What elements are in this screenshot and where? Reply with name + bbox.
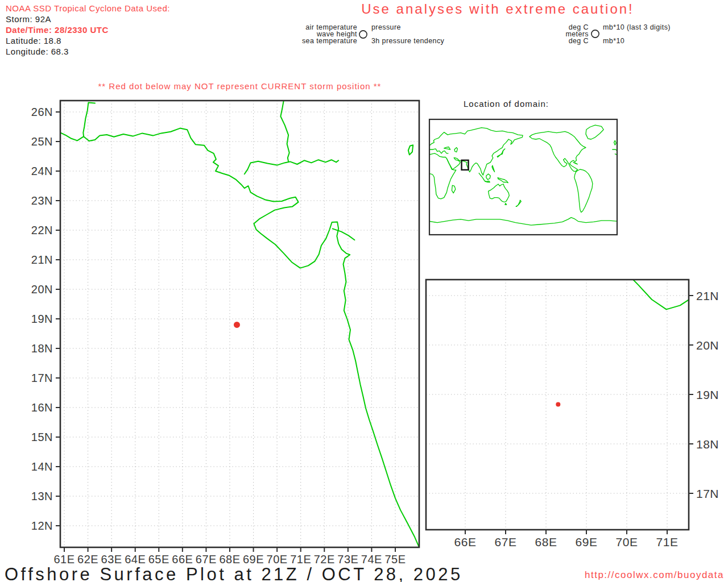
coastline bbox=[722, 244, 728, 263]
map-frame bbox=[429, 119, 617, 235]
x-axis-label: 70E bbox=[616, 535, 638, 548]
coastline bbox=[614, 140, 617, 145]
y-axis-label: 17N bbox=[696, 487, 719, 500]
x-axis-label: 68E bbox=[535, 535, 557, 548]
y-axis-label: 19N bbox=[696, 388, 719, 401]
coastline bbox=[571, 128, 728, 152]
y-axis-label: 14N bbox=[31, 460, 53, 473]
coastline bbox=[574, 169, 593, 213]
coastline bbox=[429, 149, 448, 153]
storm-position-dot bbox=[234, 322, 240, 328]
coastline bbox=[586, 125, 603, 139]
y-axis-label: 21N bbox=[31, 253, 53, 266]
coastline bbox=[429, 159, 456, 199]
coastline bbox=[505, 203, 507, 205]
x-axis-label: 65E bbox=[148, 553, 169, 566]
y-axis-label: 19N bbox=[31, 313, 53, 325]
x-axis-label: 72E bbox=[314, 553, 335, 566]
x-axis-label: 71E bbox=[656, 535, 679, 548]
coastline bbox=[486, 174, 490, 180]
coastline bbox=[257, 76, 728, 582]
x-axis-label: 62E bbox=[77, 553, 98, 566]
coastline bbox=[633, 29, 648, 131]
coastline bbox=[492, 165, 495, 172]
x-axis-label: 69E bbox=[243, 553, 264, 566]
source-url: http://coolwx.com/buoydata bbox=[585, 569, 724, 581]
coastline bbox=[498, 178, 508, 183]
coastline bbox=[489, 184, 510, 202]
coastline bbox=[429, 218, 617, 226]
plot-title: Offshore Surface Plot at 21Z / OCT 28, 2… bbox=[5, 564, 463, 582]
x-axis-label: 67E bbox=[495, 535, 517, 548]
coastline bbox=[60, 128, 420, 548]
y-axis-label: 20N bbox=[31, 283, 53, 296]
x-axis-label: 71E bbox=[290, 553, 311, 566]
world-map bbox=[429, 119, 617, 235]
y-axis-label: 26N bbox=[31, 106, 53, 118]
x-axis-label: 74E bbox=[361, 553, 382, 566]
x-axis-label: 69E bbox=[576, 535, 598, 548]
zoom-map: 66E67E68E69E70E71E21N20N19N18N17N bbox=[257, 29, 728, 582]
map-plot-area: 61E62E63E64E65E66E67E68E69E70E71E72E73E7… bbox=[0, 0, 728, 582]
x-axis-label: 73E bbox=[337, 553, 358, 566]
coastline bbox=[452, 185, 455, 193]
coastline bbox=[296, 32, 316, 89]
y-axis-label: 25N bbox=[31, 135, 53, 148]
coastline bbox=[444, 147, 450, 150]
x-axis-label: 61E bbox=[53, 553, 75, 566]
y-axis-label: 22N bbox=[31, 224, 53, 236]
coastline bbox=[530, 131, 586, 171]
y-axis-label: 18N bbox=[31, 342, 53, 355]
coastline bbox=[83, 102, 95, 136]
x-axis-label: 63E bbox=[101, 553, 122, 566]
buoy-plot-canvas: NOAA SSD Tropical Cyclone Data Used: Sto… bbox=[0, 0, 728, 582]
y-axis-label: 24N bbox=[31, 165, 53, 177]
main-map: 61E62E63E64E65E66E67E68E69E70E71E72E73E7… bbox=[31, 101, 420, 566]
x-axis-label: 68E bbox=[219, 553, 240, 566]
storm-position-dot bbox=[556, 402, 560, 406]
coastline bbox=[408, 145, 413, 155]
x-axis-label: 67E bbox=[196, 553, 217, 566]
y-axis-label: 18N bbox=[696, 438, 719, 451]
y-axis-label: 21N bbox=[696, 289, 719, 302]
x-axis-label: 75E bbox=[384, 553, 406, 566]
coastline bbox=[280, 101, 289, 162]
y-axis-label: 15N bbox=[31, 431, 53, 443]
x-axis-label: 66E bbox=[172, 553, 193, 566]
coastline bbox=[454, 148, 458, 152]
y-axis-label: 17N bbox=[31, 372, 53, 384]
y-axis-label: 20N bbox=[696, 339, 719, 352]
coastline bbox=[516, 200, 521, 206]
x-axis-label: 64E bbox=[125, 553, 146, 566]
coastline bbox=[573, 163, 577, 164]
y-axis-label: 12N bbox=[31, 519, 53, 532]
x-axis-label: 66E bbox=[454, 535, 477, 548]
x-axis-label: 70E bbox=[267, 553, 288, 566]
coastline bbox=[613, 149, 617, 151]
y-axis-label: 16N bbox=[31, 401, 53, 414]
y-axis-label: 13N bbox=[31, 490, 53, 502]
coastline bbox=[479, 173, 490, 182]
y-axis-label: 23N bbox=[31, 194, 53, 207]
